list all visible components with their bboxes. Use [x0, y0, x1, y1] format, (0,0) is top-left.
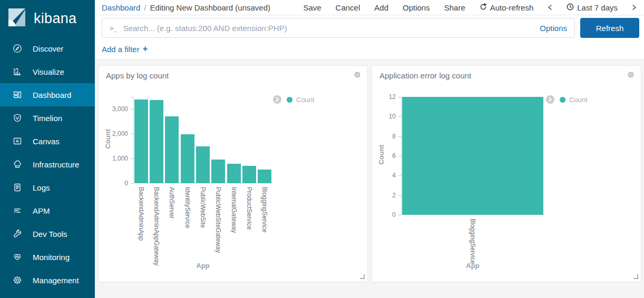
- sidebar-item-timelion[interactable]: Timelion: [0, 106, 95, 130]
- refresh-button[interactable]: Refresh: [580, 18, 639, 38]
- sidebar-item-label: Canvas: [33, 137, 60, 146]
- resize-handle[interactable]: [360, 274, 365, 279]
- y-tick-mark: [398, 97, 401, 97]
- bar-chart: 024681012BloggingService: [372, 66, 641, 282]
- legend-label[interactable]: Count: [296, 96, 315, 104]
- y-tick-mark: [131, 109, 133, 110]
- y-tick-label: 8: [372, 133, 396, 140]
- legend-dot: [287, 97, 292, 103]
- compass-icon: [12, 43, 23, 54]
- breadcrumb-separator: /: [144, 3, 146, 12]
- y-tick-mark: [398, 116, 401, 117]
- dashboard-grid-icon: [12, 90, 23, 100]
- share-button[interactable]: Share: [444, 3, 465, 12]
- resize-handle[interactable]: [633, 274, 638, 279]
- logs-scroll-icon: [12, 182, 23, 193]
- bar[interactable]: [242, 166, 256, 183]
- x-category-label: BloggingService: [469, 218, 476, 264]
- y-tick-label: 4: [372, 172, 396, 179]
- search-box[interactable]: >_ Options: [102, 18, 575, 38]
- y-tick-mark: [398, 136, 401, 137]
- sidebar-item-apm[interactable]: APM: [0, 199, 95, 222]
- y-tick-label: 2,000: [99, 130, 128, 137]
- kibana-logo-icon: [7, 7, 27, 29]
- top-menu: Save Cancel Add Options Share Auto-refre…: [303, 3, 637, 12]
- y-tick-mark: [131, 183, 133, 184]
- bar[interactable]: [402, 97, 543, 215]
- x-category-label: PublicWebSiteGateway: [214, 187, 222, 253]
- sidebar-item-management[interactable]: Management: [0, 269, 95, 292]
- sidebar-item-infrastructure[interactable]: Infrastructure: [0, 153, 95, 176]
- x-axis-title: App: [187, 262, 219, 270]
- infrastructure-cloud-icon: [12, 159, 23, 170]
- query-options-link[interactable]: Options: [540, 24, 567, 33]
- add-button[interactable]: Add: [374, 3, 388, 12]
- kibana-app: kibana Discover Visualize Dashboard Time: [0, 0, 644, 298]
- bar[interactable]: [165, 116, 179, 183]
- x-category-label: BloggingService: [261, 187, 268, 233]
- x-category-label: BackendAdminAppGateway: [153, 187, 160, 265]
- sidebar-item-dev-tools[interactable]: Dev Tools: [0, 222, 95, 245]
- monitoring-pulse-icon: [12, 252, 23, 262]
- sidebar-item-label: Dev Tools: [33, 230, 67, 239]
- sidebar-item-monitoring[interactable]: Monitoring: [0, 245, 95, 269]
- legend-toggle-icon[interactable]: [273, 95, 281, 104]
- bar[interactable]: [150, 100, 163, 183]
- sidebar-item-label: Management: [33, 276, 79, 285]
- y-axis-title: Count: [377, 145, 385, 165]
- legend-dot: [560, 97, 565, 103]
- sidebar-item-label: Visualize: [33, 67, 64, 76]
- x-axis-title: App: [457, 262, 489, 270]
- kibana-logo[interactable]: kibana: [0, 0, 95, 37]
- x-category-label: IdentityService: [184, 187, 191, 229]
- sidebar-item-label: Logs: [33, 183, 50, 192]
- y-tick-mark: [131, 158, 133, 159]
- bar[interactable]: [227, 164, 241, 183]
- sidebar-item-logs[interactable]: Logs: [0, 176, 95, 199]
- gear-icon: [12, 275, 23, 285]
- search-input[interactable]: [123, 24, 534, 33]
- top-navbar: Dashboard / Editing New Dashboard (unsav…: [95, 0, 644, 15]
- y-tick-mark: [398, 195, 401, 196]
- time-range-picker[interactable]: Last 7 days: [567, 3, 618, 12]
- bar[interactable]: [258, 170, 271, 183]
- add-filter-link[interactable]: Add a filter: [102, 45, 140, 54]
- bar[interactable]: [196, 146, 210, 183]
- legend-toggle-icon[interactable]: [546, 95, 554, 104]
- x-category-label: InternalGateway: [230, 187, 238, 233]
- plus-icon[interactable]: +: [143, 44, 148, 54]
- legend-label[interactable]: Count: [569, 96, 588, 104]
- main-area: Dashboard / Editing New Dashboard (unsav…: [95, 0, 644, 298]
- bar[interactable]: [181, 134, 194, 183]
- sidebar-item-canvas[interactable]: Canvas: [0, 130, 95, 153]
- panel-apps-by-log-count: Apps by log count 01,0002,0003,000Backen…: [98, 65, 368, 282]
- sidebar: kibana Discover Visualize Dashboard Time: [0, 0, 95, 298]
- filter-bar: Add a filter +: [95, 41, 644, 60]
- x-category-label: AuthServer: [168, 187, 175, 218]
- y-tick-mark: [131, 134, 133, 134]
- y-tick-label: 2: [372, 192, 396, 199]
- sidebar-item-visualize[interactable]: Visualize: [0, 60, 95, 83]
- sidebar-item-dashboard[interactable]: Dashboard: [0, 83, 95, 106]
- y-tick-label: 0: [99, 180, 128, 187]
- sidebar-item-discover[interactable]: Discover: [0, 37, 95, 60]
- breadcrumb-current: Editing New Dashboard (unsaved): [150, 3, 270, 12]
- bar-chart: 01,0002,0003,000BackendAdminAppBackendAd…: [99, 66, 367, 282]
- options-button[interactable]: Options: [403, 3, 430, 12]
- cancel-button[interactable]: Cancel: [336, 3, 360, 12]
- breadcrumb-dashboard-link[interactable]: Dashboard: [102, 3, 140, 12]
- time-forward-button[interactable]: [632, 4, 637, 11]
- panel-application-error-log-count: Application error log count 024681012Blo…: [372, 65, 641, 282]
- terminal-prompt-icon: >_: [110, 24, 117, 32]
- y-tick-label: 1,000: [99, 155, 128, 162]
- kibana-logo-text: kibana: [34, 11, 76, 27]
- bar[interactable]: [211, 160, 225, 183]
- time-back-button[interactable]: [548, 4, 552, 11]
- auto-refresh-button[interactable]: Auto-refresh: [480, 3, 534, 12]
- y-tick-label: 3,000: [99, 105, 128, 113]
- auto-refresh-label: Auto-refresh: [490, 3, 534, 12]
- save-button[interactable]: Save: [303, 3, 321, 12]
- bar[interactable]: [134, 100, 148, 183]
- sidebar-item-label: Discover: [33, 44, 63, 53]
- canvas-frame-icon: [12, 136, 23, 146]
